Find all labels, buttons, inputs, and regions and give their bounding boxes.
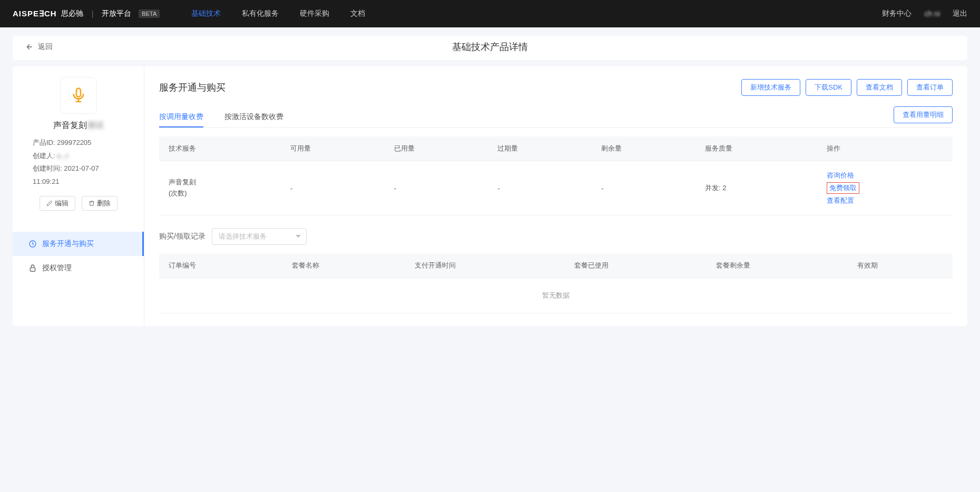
edit-button[interactable]: 编辑 bbox=[40, 196, 75, 211]
brand-cn: 思必驰 bbox=[61, 9, 83, 18]
col-quality: 服务质量 bbox=[695, 136, 817, 161]
sidebar: 声音复刻测试 产品ID: 299972205 创建人: s...r 创建时间: … bbox=[13, 66, 144, 326]
records-header-row: 订单编号 套餐名称 支付开通时间 套餐已使用 套餐剩余量 有效期 bbox=[159, 253, 953, 278]
microphone-icon bbox=[70, 87, 87, 104]
sidebar-item-service[interactable]: 服务开通与购买 bbox=[13, 232, 144, 256]
product-name-suffix: 测试 bbox=[87, 121, 104, 130]
delete-label: 删除 bbox=[97, 199, 111, 208]
cell-available: - bbox=[281, 161, 385, 215]
brand: AISPE∃CH 思必驰 | 开放平台 BETA bbox=[13, 9, 160, 18]
col-action: 操作 bbox=[817, 136, 953, 161]
back-button[interactable]: 返回 bbox=[25, 42, 53, 52]
nav-menu: 基础技术 私有化服务 硬件采购 文档 bbox=[191, 9, 365, 18]
delete-button[interactable]: 删除 bbox=[82, 196, 117, 211]
records-label: 购买/领取记录 bbox=[159, 232, 205, 241]
product-name-prefix: 声音复刻 bbox=[53, 121, 87, 130]
table-row: 声音复刻 (次数) - - - - 并发: 2 咨询价格 免费领取 查看配 bbox=[159, 161, 953, 215]
tech-unit: (次数) bbox=[169, 188, 271, 199]
product-icon bbox=[60, 77, 97, 114]
tab-by-device[interactable]: 按激活设备数收费 bbox=[224, 107, 283, 127]
product-creator-value: s...r bbox=[57, 152, 68, 160]
top-nav: AISPE∃CH 思必驰 | 开放平台 BETA 基础技术 私有化服务 硬件采购… bbox=[0, 0, 980, 27]
nav-item-private[interactable]: 私有化服务 bbox=[242, 9, 279, 18]
sidebar-item-auth[interactable]: 授权管理 bbox=[13, 256, 144, 280]
nav-item-hardware[interactable]: 硬件采购 bbox=[300, 9, 329, 18]
page-title: 基础技术产品详情 bbox=[452, 41, 528, 53]
product-creator-label: 创建人: bbox=[33, 152, 55, 160]
empty-row: 暂无数据 bbox=[159, 278, 953, 313]
records-section: 购买/领取记录 请选择技术服务 订单编号 套餐名称 支付开通时间 套餐已使用 套… bbox=[159, 228, 953, 313]
edit-label: 编辑 bbox=[55, 199, 68, 208]
records-header: 购买/领取记录 请选择技术服务 bbox=[159, 228, 953, 245]
service-table: 技术服务 可用量 已用量 过期量 剩余量 服务质量 操作 声音复刻 (次数) bbox=[159, 136, 953, 215]
col-tech: 技术服务 bbox=[159, 136, 281, 161]
main-content: 服务开通与购买 新增技术服务 下载SDK 查看文档 查看订单 按调用量收费 按激… bbox=[144, 66, 967, 326]
back-label: 返回 bbox=[38, 42, 53, 52]
view-orders-button[interactable]: 查看订单 bbox=[907, 79, 953, 96]
table-header-row: 技术服务 可用量 已用量 过期量 剩余量 服务质量 操作 bbox=[159, 136, 953, 161]
empty-message: 暂无数据 bbox=[159, 278, 953, 313]
tech-service-select[interactable]: 请选择技术服务 bbox=[212, 228, 307, 245]
tabs-row: 按调用量收费 按激活设备数收费 查看用量明细 bbox=[159, 106, 953, 128]
nav-right: 财务中心 ch ni 退出 bbox=[882, 9, 967, 18]
svg-rect-2 bbox=[30, 268, 35, 271]
product-id-value: 299972205 bbox=[57, 139, 91, 146]
side-menu: 服务开通与购买 授权管理 bbox=[13, 232, 144, 280]
section-header: 服务开通与购买 新增技术服务 下载SDK 查看文档 查看订单 bbox=[159, 79, 953, 96]
product-actions: 编辑 删除 bbox=[25, 196, 131, 211]
add-service-button[interactable]: 新增技术服务 bbox=[741, 79, 800, 96]
product-meta: 产品ID: 299972205 创建人: s...r 创建时间: 2021-07… bbox=[25, 136, 131, 189]
cell-expired: - bbox=[488, 161, 592, 215]
download-sdk-button[interactable]: 下载SDK bbox=[806, 79, 851, 96]
brand-platform: 开放平台 bbox=[102, 9, 131, 18]
lock-icon bbox=[28, 264, 37, 272]
cell-quality: 并发: 2 bbox=[695, 161, 817, 215]
product-created-label: 创建时间: bbox=[33, 164, 62, 172]
action-price-link[interactable]: 咨询价格 bbox=[827, 171, 943, 180]
nav-finance[interactable]: 财务中心 bbox=[882, 9, 912, 18]
cell-used: - bbox=[385, 161, 488, 215]
usage-detail-button[interactable]: 查看用量明细 bbox=[894, 106, 953, 123]
section-title: 服务开通与购买 bbox=[159, 81, 226, 94]
nav-item-basic-tech[interactable]: 基础技术 bbox=[191, 9, 221, 18]
beta-badge: BETA bbox=[139, 9, 160, 18]
product-card: 声音复刻测试 产品ID: 299972205 创建人: s...r 创建时间: … bbox=[13, 77, 144, 221]
brand-logo: AISPE∃CH bbox=[13, 9, 57, 18]
nav-user[interactable]: ch ni bbox=[924, 9, 940, 18]
col-order: 订单编号 bbox=[159, 253, 282, 278]
sidebar-item-label: 服务开通与购买 bbox=[42, 239, 94, 249]
sidebar-item-label: 授权管理 bbox=[42, 263, 72, 273]
trash-icon bbox=[89, 200, 95, 206]
cell-action: 咨询价格 免费领取 查看配置 bbox=[817, 161, 953, 215]
tech-name: 声音复刻 bbox=[169, 177, 271, 188]
col-pkg-used: 套餐已使用 bbox=[565, 253, 706, 278]
col-remain: 剩余量 bbox=[592, 136, 695, 161]
tab-by-call[interactable]: 按调用量收费 bbox=[159, 107, 203, 127]
svg-rect-0 bbox=[76, 88, 81, 97]
header-buttons: 新增技术服务 下载SDK 查看文档 查看订单 bbox=[741, 79, 953, 96]
view-docs-button[interactable]: 查看文档 bbox=[857, 79, 902, 96]
brand-separator: | bbox=[92, 9, 94, 18]
col-pkg: 套餐名称 bbox=[282, 253, 406, 278]
tabs: 按调用量收费 按激活设备数收费 bbox=[159, 107, 283, 127]
nav-item-docs[interactable]: 文档 bbox=[350, 9, 365, 18]
nav-logout[interactable]: 退出 bbox=[953, 9, 967, 18]
action-free-link[interactable]: 免费领取 bbox=[827, 182, 859, 194]
action-config-link[interactable]: 查看配置 bbox=[827, 196, 943, 205]
col-used: 已用量 bbox=[385, 136, 488, 161]
arrow-left-icon bbox=[25, 43, 34, 51]
records-table: 订单编号 套餐名称 支付开通时间 套餐已使用 套餐剩余量 有效期 暂无数据 bbox=[159, 253, 953, 313]
product-name: 声音复刻测试 bbox=[25, 120, 131, 131]
cell-remain: - bbox=[592, 161, 695, 215]
product-id-label: 产品ID: bbox=[33, 139, 55, 146]
col-pkg-remain: 套餐剩余量 bbox=[707, 253, 848, 278]
col-paytime: 支付开通时间 bbox=[405, 253, 565, 278]
page-header: 返回 基础技术产品详情 bbox=[13, 36, 967, 60]
col-expired: 过期量 bbox=[488, 136, 592, 161]
col-available: 可用量 bbox=[281, 136, 385, 161]
col-valid: 有效期 bbox=[848, 253, 953, 278]
gauge-icon bbox=[28, 240, 37, 248]
pencil-icon bbox=[46, 200, 53, 206]
cell-tech: 声音复刻 (次数) bbox=[159, 161, 281, 215]
tabs-right: 查看用量明细 bbox=[894, 106, 953, 127]
